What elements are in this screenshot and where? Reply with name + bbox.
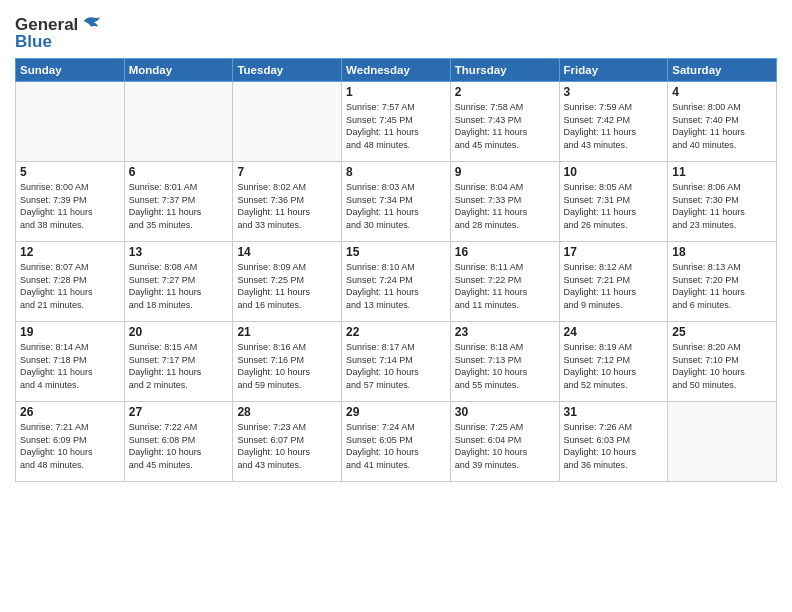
day-number: 24 [564,325,664,339]
calendar-cell: 25Sunrise: 8:20 AM Sunset: 7:10 PM Dayli… [668,322,777,402]
calendar-cell: 9Sunrise: 8:04 AM Sunset: 7:33 PM Daylig… [450,162,559,242]
calendar-cell: 14Sunrise: 8:09 AM Sunset: 7:25 PM Dayli… [233,242,342,322]
calendar-cell [233,82,342,162]
day-info: Sunrise: 8:18 AM Sunset: 7:13 PM Dayligh… [455,341,555,391]
day-number: 19 [20,325,120,339]
day-info: Sunrise: 8:01 AM Sunset: 7:37 PM Dayligh… [129,181,229,231]
calendar-cell: 12Sunrise: 8:07 AM Sunset: 7:28 PM Dayli… [16,242,125,322]
week-row-3: 12Sunrise: 8:07 AM Sunset: 7:28 PM Dayli… [16,242,777,322]
calendar-cell: 26Sunrise: 7:21 AM Sunset: 6:09 PM Dayli… [16,402,125,482]
day-info: Sunrise: 7:23 AM Sunset: 6:07 PM Dayligh… [237,421,337,471]
day-info: Sunrise: 8:14 AM Sunset: 7:18 PM Dayligh… [20,341,120,391]
day-number: 20 [129,325,229,339]
day-info: Sunrise: 8:06 AM Sunset: 7:30 PM Dayligh… [672,181,772,231]
day-info: Sunrise: 8:09 AM Sunset: 7:25 PM Dayligh… [237,261,337,311]
calendar-cell: 23Sunrise: 8:18 AM Sunset: 7:13 PM Dayli… [450,322,559,402]
day-info: Sunrise: 8:17 AM Sunset: 7:14 PM Dayligh… [346,341,446,391]
day-number: 15 [346,245,446,259]
day-number: 13 [129,245,229,259]
calendar-cell: 3Sunrise: 7:59 AM Sunset: 7:42 PM Daylig… [559,82,668,162]
day-number: 7 [237,165,337,179]
day-number: 2 [455,85,555,99]
day-number: 23 [455,325,555,339]
day-info: Sunrise: 8:03 AM Sunset: 7:34 PM Dayligh… [346,181,446,231]
logo-bird-icon [80,14,102,36]
calendar-cell [668,402,777,482]
calendar-cell: 17Sunrise: 8:12 AM Sunset: 7:21 PM Dayli… [559,242,668,322]
day-number: 14 [237,245,337,259]
calendar-cell: 16Sunrise: 8:11 AM Sunset: 7:22 PM Dayli… [450,242,559,322]
weekday-header-monday: Monday [124,59,233,82]
day-number: 5 [20,165,120,179]
calendar-cell: 28Sunrise: 7:23 AM Sunset: 6:07 PM Dayli… [233,402,342,482]
day-number: 29 [346,405,446,419]
day-info: Sunrise: 7:25 AM Sunset: 6:04 PM Dayligh… [455,421,555,471]
header: General Blue [15,10,777,52]
day-number: 21 [237,325,337,339]
day-info: Sunrise: 8:00 AM Sunset: 7:40 PM Dayligh… [672,101,772,151]
calendar-cell: 31Sunrise: 7:26 AM Sunset: 6:03 PM Dayli… [559,402,668,482]
day-info: Sunrise: 8:19 AM Sunset: 7:12 PM Dayligh… [564,341,664,391]
calendar-cell: 29Sunrise: 7:24 AM Sunset: 6:05 PM Dayli… [342,402,451,482]
weekday-header-row: SundayMondayTuesdayWednesdayThursdayFrid… [16,59,777,82]
week-row-1: 1Sunrise: 7:57 AM Sunset: 7:45 PM Daylig… [16,82,777,162]
day-info: Sunrise: 8:13 AM Sunset: 7:20 PM Dayligh… [672,261,772,311]
calendar-cell: 30Sunrise: 7:25 AM Sunset: 6:04 PM Dayli… [450,402,559,482]
day-number: 18 [672,245,772,259]
calendar-cell: 19Sunrise: 8:14 AM Sunset: 7:18 PM Dayli… [16,322,125,402]
logo: General Blue [15,14,102,52]
day-number: 27 [129,405,229,419]
calendar-cell: 27Sunrise: 7:22 AM Sunset: 6:08 PM Dayli… [124,402,233,482]
day-number: 30 [455,405,555,419]
day-info: Sunrise: 7:57 AM Sunset: 7:45 PM Dayligh… [346,101,446,151]
weekday-header-wednesday: Wednesday [342,59,451,82]
calendar-container: General Blue SundayMondayTuesdayWednesda… [0,0,792,612]
day-info: Sunrise: 7:26 AM Sunset: 6:03 PM Dayligh… [564,421,664,471]
weekday-header-thursday: Thursday [450,59,559,82]
day-number: 22 [346,325,446,339]
day-number: 4 [672,85,772,99]
calendar-cell: 20Sunrise: 8:15 AM Sunset: 7:17 PM Dayli… [124,322,233,402]
calendar-cell: 24Sunrise: 8:19 AM Sunset: 7:12 PM Dayli… [559,322,668,402]
weekday-header-saturday: Saturday [668,59,777,82]
day-number: 6 [129,165,229,179]
calendar-cell: 13Sunrise: 8:08 AM Sunset: 7:27 PM Dayli… [124,242,233,322]
day-number: 25 [672,325,772,339]
day-info: Sunrise: 7:22 AM Sunset: 6:08 PM Dayligh… [129,421,229,471]
day-info: Sunrise: 8:04 AM Sunset: 7:33 PM Dayligh… [455,181,555,231]
calendar-cell: 11Sunrise: 8:06 AM Sunset: 7:30 PM Dayli… [668,162,777,242]
calendar-cell: 10Sunrise: 8:05 AM Sunset: 7:31 PM Dayli… [559,162,668,242]
day-info: Sunrise: 7:58 AM Sunset: 7:43 PM Dayligh… [455,101,555,151]
day-number: 1 [346,85,446,99]
day-info: Sunrise: 8:08 AM Sunset: 7:27 PM Dayligh… [129,261,229,311]
calendar-cell: 18Sunrise: 8:13 AM Sunset: 7:20 PM Dayli… [668,242,777,322]
day-number: 10 [564,165,664,179]
day-info: Sunrise: 8:12 AM Sunset: 7:21 PM Dayligh… [564,261,664,311]
day-number: 28 [237,405,337,419]
calendar-cell: 6Sunrise: 8:01 AM Sunset: 7:37 PM Daylig… [124,162,233,242]
calendar-cell: 4Sunrise: 8:00 AM Sunset: 7:40 PM Daylig… [668,82,777,162]
weekday-header-tuesday: Tuesday [233,59,342,82]
calendar-cell: 22Sunrise: 8:17 AM Sunset: 7:14 PM Dayli… [342,322,451,402]
day-number: 26 [20,405,120,419]
day-info: Sunrise: 8:16 AM Sunset: 7:16 PM Dayligh… [237,341,337,391]
calendar-cell: 2Sunrise: 7:58 AM Sunset: 7:43 PM Daylig… [450,82,559,162]
calendar-cell: 15Sunrise: 8:10 AM Sunset: 7:24 PM Dayli… [342,242,451,322]
week-row-2: 5Sunrise: 8:00 AM Sunset: 7:39 PM Daylig… [16,162,777,242]
calendar-cell: 1Sunrise: 7:57 AM Sunset: 7:45 PM Daylig… [342,82,451,162]
day-number: 3 [564,85,664,99]
day-info: Sunrise: 8:15 AM Sunset: 7:17 PM Dayligh… [129,341,229,391]
weekday-header-friday: Friday [559,59,668,82]
weekday-header-sunday: Sunday [16,59,125,82]
day-info: Sunrise: 8:10 AM Sunset: 7:24 PM Dayligh… [346,261,446,311]
day-number: 16 [455,245,555,259]
day-number: 11 [672,165,772,179]
day-info: Sunrise: 7:59 AM Sunset: 7:42 PM Dayligh… [564,101,664,151]
day-info: Sunrise: 7:24 AM Sunset: 6:05 PM Dayligh… [346,421,446,471]
day-number: 31 [564,405,664,419]
day-number: 17 [564,245,664,259]
day-info: Sunrise: 8:02 AM Sunset: 7:36 PM Dayligh… [237,181,337,231]
calendar-cell: 5Sunrise: 8:00 AM Sunset: 7:39 PM Daylig… [16,162,125,242]
calendar-cell [16,82,125,162]
day-info: Sunrise: 7:21 AM Sunset: 6:09 PM Dayligh… [20,421,120,471]
